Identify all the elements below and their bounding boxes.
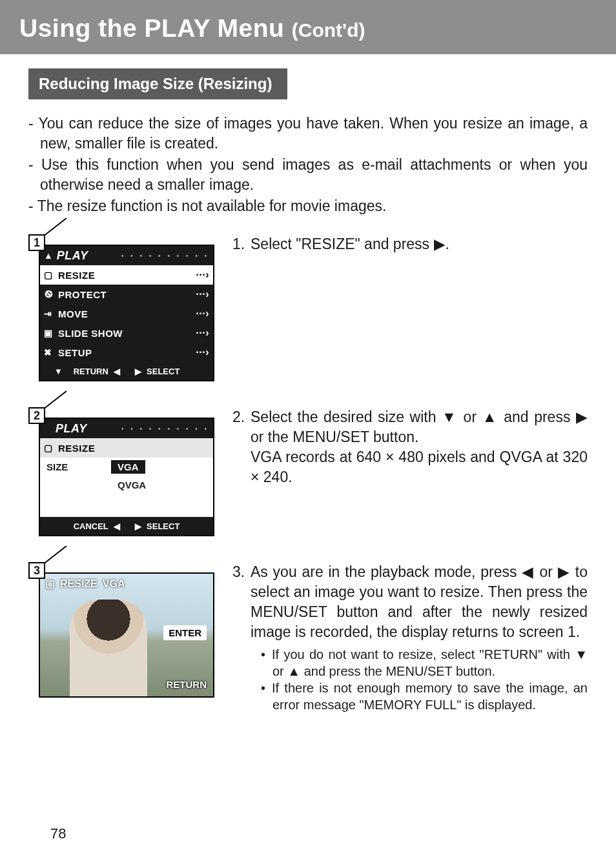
banner-title: Using the PLAY Menu	[19, 14, 292, 42]
step-2-text: 2. Select the desired size with ▼ or ▲ a…	[232, 407, 588, 536]
submenu-label: RESIZE	[58, 443, 209, 454]
menu-label: PROTECT	[58, 289, 196, 300]
step-num: 2.	[232, 407, 251, 487]
dots-decoration: • • • • • • • • • •	[87, 425, 209, 432]
right-arrow-icon: ▶	[135, 367, 141, 376]
intro-line-3: - The resize function is not available f…	[28, 196, 588, 216]
menu-item-setup[interactable]: ✖SETUP···›	[40, 343, 213, 362]
more-icon: ···›	[196, 288, 209, 300]
step-num: 3.	[232, 562, 251, 713]
menu-header: ▲ PLAY • • • • • • • • • •	[40, 246, 213, 265]
bullet-2: If there is not enough memory to save th…	[251, 680, 588, 713]
menu-item-protect[interactable]: 🛇PROTECT···›	[40, 285, 213, 304]
left-arrow-icon: ◀	[114, 367, 120, 376]
resize-icon: ▢	[44, 443, 58, 453]
setup-icon: ✖	[44, 347, 58, 358]
step-badge-1: 1	[28, 234, 45, 251]
more-icon: ···›	[196, 347, 209, 358]
section-heading: Reducing Image Size (Resizing)	[28, 68, 287, 99]
step-body: Select "RESIZE" and press ▶.	[251, 234, 588, 254]
step-body: As you are in the playback mode, press ◀…	[251, 563, 588, 640]
option-vga[interactable]: SIZEVGA	[40, 458, 213, 476]
menu-label: SLIDE SHOW	[58, 328, 196, 339]
dots-decoration: • • • • • • • • • •	[88, 252, 209, 259]
more-icon: ···›	[196, 327, 209, 339]
enter-button[interactable]: ENTER	[163, 625, 207, 640]
resize-icon: ▢	[45, 578, 55, 590]
footer-cancel: CANCEL	[74, 521, 108, 531]
footer-select: SELECT	[147, 367, 180, 376]
chevron-down-icon: ▼	[54, 367, 63, 376]
menu-item-resize[interactable]: ▢RESIZE···›	[40, 265, 213, 285]
page-banner: Using the PLAY Menu (Cont'd)	[0, 0, 616, 54]
step-body-line: VGA records at 640 × 480 pixels and QVGA…	[251, 449, 588, 485]
screenshot-3: 3 ▢ RESIZE VGA ENTER RETURN	[28, 562, 216, 713]
intro-block: - You can reduce the size of images you …	[28, 114, 588, 216]
menu-footer: ▼ RETURN◀ ▶SELECT	[40, 362, 213, 380]
return-button[interactable]: RETURN	[167, 679, 207, 690]
move-icon: ⇥	[44, 308, 58, 319]
page-number: 78	[50, 825, 66, 842]
left-arrow-icon: ◀	[114, 521, 120, 531]
bullet-1: If you do not want to resize, select "RE…	[251, 646, 588, 680]
intro-line-2: - Use this function when you send images…	[28, 155, 588, 195]
intro-line-1: - You can reduce the size of images you …	[28, 114, 588, 154]
submenu-header: ▢RESIZE	[40, 438, 213, 458]
preview-photo: ▢ RESIZE VGA ENTER RETURN	[40, 574, 213, 696]
banner-sub: (Cont'd)	[292, 19, 365, 41]
step-body-line: Select the desired size with ▼ or ▲ and …	[251, 409, 588, 445]
menu-label: MOVE	[58, 308, 196, 319]
person-illustration	[70, 600, 147, 696]
size-key: SIZE	[46, 461, 111, 472]
menu-header: PLAY • • • • • • • • • •	[40, 419, 213, 438]
menu-footer: CANCEL◀ ▶SELECT	[40, 517, 213, 535]
footer-select: SELECT	[147, 521, 180, 531]
menu-label: RESIZE	[58, 270, 196, 281]
screenshot-1: 1 ▲ PLAY • • • • • • • • • • ▢RESIZE···›…	[28, 234, 216, 381]
option-value: VGA	[111, 460, 145, 474]
option-value: QVGA	[111, 478, 152, 492]
step-1-text: 1. Select "RESIZE" and press ▶.	[232, 234, 588, 381]
more-icon: ···›	[196, 269, 209, 281]
resize-icon: ▢	[44, 270, 58, 280]
footer-return: RETURN	[74, 367, 108, 376]
right-arrow-icon: ▶	[135, 521, 141, 531]
step-badge-2: 2	[28, 407, 45, 424]
slideshow-icon: ▣	[44, 328, 58, 338]
menu-title: PLAY	[57, 249, 88, 263]
screenshot-2: 2 PLAY • • • • • • • • • • ▢RESIZE SIZEV…	[28, 407, 216, 536]
more-icon: ···›	[196, 308, 209, 319]
menu-item-slideshow[interactable]: ▣SLIDE SHOW···›	[40, 323, 213, 343]
menu-label: SETUP	[58, 347, 196, 358]
overlay-size: VGA	[103, 578, 125, 590]
overlay-mode: RESIZE	[60, 578, 98, 590]
menu-title: PLAY	[56, 422, 87, 436]
protect-icon: 🛇	[44, 289, 58, 299]
step-3-text: 3. As you are in the playback mode, pres…	[232, 562, 588, 713]
step-badge-3: 3	[28, 562, 45, 579]
option-qvga[interactable]: QVGA	[40, 476, 213, 494]
step-num: 1.	[232, 234, 251, 254]
menu-item-move[interactable]: ⇥MOVE···›	[40, 304, 213, 323]
chevron-up-icon: ▲	[44, 250, 53, 261]
